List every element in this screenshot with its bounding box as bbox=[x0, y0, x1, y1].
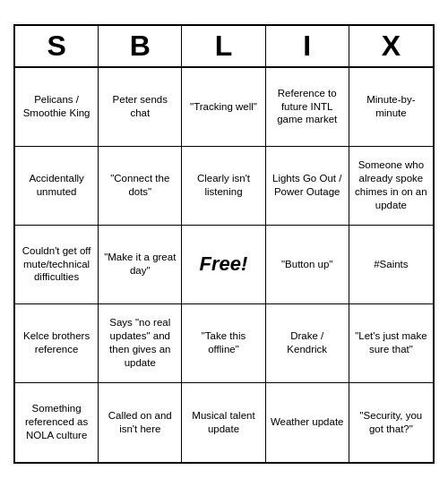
bingo-cell-16[interactable]: Says "no real updates" and then gives an… bbox=[99, 304, 182, 383]
bingo-cell-14[interactable]: #Saints bbox=[349, 226, 433, 304]
bingo-cell-9[interactable]: Someone who already spoke chimes in on a… bbox=[349, 147, 433, 226]
bingo-card: SBLIX Pelicans / Smoothie KingPeter send… bbox=[13, 24, 435, 464]
bingo-cell-2[interactable]: "Tracking well" bbox=[182, 68, 265, 147]
bingo-cell-20[interactable]: Something referenced as NOLA culture bbox=[15, 383, 99, 462]
header-letter-S: S bbox=[15, 26, 99, 66]
bingo-cell-4[interactable]: Minute-by-minute bbox=[349, 68, 433, 147]
bingo-cell-22[interactable]: Musical talent update bbox=[182, 383, 265, 462]
bingo-cell-1[interactable]: Peter sends chat bbox=[99, 68, 182, 147]
bingo-cell-11[interactable]: "Make it a great day" bbox=[99, 226, 182, 304]
bingo-cell-10[interactable]: Couldn't get off mute/technical difficul… bbox=[15, 226, 99, 304]
bingo-cell-23[interactable]: Weather update bbox=[266, 383, 349, 462]
bingo-cell-0[interactable]: Pelicans / Smoothie King bbox=[15, 68, 99, 147]
bingo-cell-5[interactable]: Accidentally unmuted bbox=[15, 147, 99, 226]
bingo-cell-6[interactable]: "Connect the dots" bbox=[99, 147, 182, 226]
bingo-cell-8[interactable]: Lights Go Out / Power Outage bbox=[266, 147, 349, 226]
bingo-cell-19[interactable]: "Let's just make sure that" bbox=[349, 304, 433, 383]
bingo-cell-3[interactable]: Reference to future INTL game market bbox=[266, 68, 349, 147]
bingo-cell-7[interactable]: Clearly isn't listening bbox=[182, 147, 265, 226]
bingo-grid: Pelicans / Smoothie KingPeter sends chat… bbox=[15, 68, 433, 462]
bingo-cell-12[interactable]: Free! bbox=[182, 226, 265, 304]
bingo-cell-18[interactable]: Drake / Kendrick bbox=[266, 304, 349, 383]
header-letter-X: X bbox=[349, 26, 433, 66]
bingo-header: SBLIX bbox=[15, 26, 433, 68]
bingo-cell-21[interactable]: Called on and isn't here bbox=[99, 383, 182, 462]
header-letter-I: I bbox=[266, 26, 349, 66]
header-letter-L: L bbox=[182, 26, 265, 66]
bingo-cell-15[interactable]: Kelce brothers reference bbox=[15, 304, 99, 383]
header-letter-B: B bbox=[99, 26, 182, 66]
bingo-cell-13[interactable]: "Button up" bbox=[266, 226, 349, 304]
bingo-cell-24[interactable]: "Security, you got that?" bbox=[349, 383, 433, 462]
bingo-cell-17[interactable]: "Take this offline" bbox=[182, 304, 265, 383]
